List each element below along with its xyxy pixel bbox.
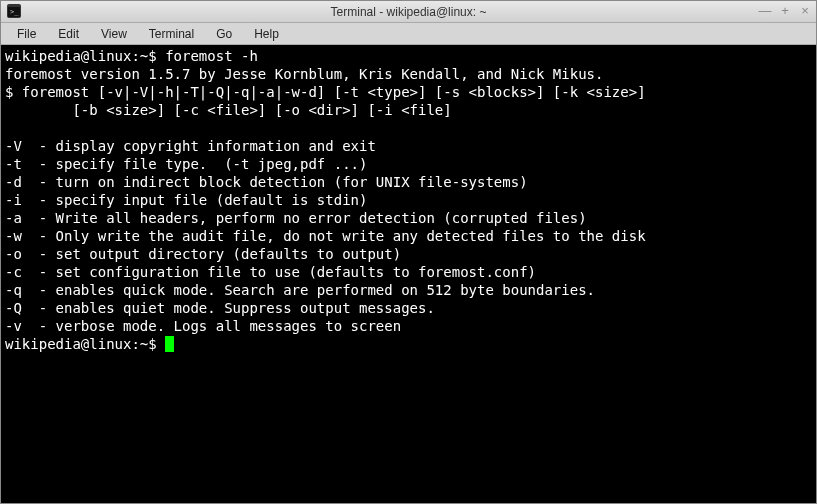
command-text: foremost -h [165, 48, 258, 64]
minimize-button[interactable]: — [758, 3, 772, 17]
window-controls: — + × [758, 3, 812, 17]
output-line: -i - specify input file (default is stdi… [5, 192, 367, 208]
menu-terminal[interactable]: Terminal [139, 25, 204, 43]
window-title: Terminal - wikipedia@linux: ~ [331, 5, 487, 19]
output-line: -V - display copyright information and e… [5, 138, 376, 154]
cursor-block [165, 336, 174, 352]
shell-prompt: wikipedia@linux:~$ [5, 48, 165, 64]
output-line: -d - turn on indirect block detection (f… [5, 174, 528, 190]
terminal-app-icon: >_ [7, 4, 21, 18]
output-line: -t - specify file type. (-t jpeg,pdf ...… [5, 156, 367, 172]
output-line: [-b <size>] [-c <file>] [-o <dir>] [-i <… [5, 102, 452, 118]
output-line: -v - verbose mode. Logs all messages to … [5, 318, 401, 334]
menu-go[interactable]: Go [206, 25, 242, 43]
menu-edit[interactable]: Edit [48, 25, 89, 43]
output-line: foremost version 1.5.7 by Jesse Kornblum… [5, 66, 603, 82]
menu-file[interactable]: File [7, 25, 46, 43]
output-line: -o - set output directory (defaults to o… [5, 246, 401, 262]
menu-view[interactable]: View [91, 25, 137, 43]
output-line: -a - Write all headers, perform no error… [5, 210, 587, 226]
output-line: -c - set configuration file to use (defa… [5, 264, 536, 280]
output-line: -Q - enables quiet mode. Suppress output… [5, 300, 435, 316]
shell-prompt: wikipedia@linux:~$ [5, 336, 165, 352]
output-line: $ foremost [-v|-V|-h|-T|-Q|-q|-a|-w-d] [… [5, 84, 646, 100]
svg-text:>_: >_ [10, 8, 19, 16]
terminal-body[interactable]: wikipedia@linux:~$ foremost -h foremost … [1, 45, 816, 503]
maximize-button[interactable]: + [778, 3, 792, 17]
menubar: File Edit View Terminal Go Help [1, 23, 816, 45]
menu-help[interactable]: Help [244, 25, 289, 43]
output-line: -q - enables quick mode. Search are perf… [5, 282, 595, 298]
close-button[interactable]: × [798, 3, 812, 17]
output-line: -w - Only write the audit file, do not w… [5, 228, 646, 244]
titlebar: >_ Terminal - wikipedia@linux: ~ — + × [1, 1, 816, 23]
